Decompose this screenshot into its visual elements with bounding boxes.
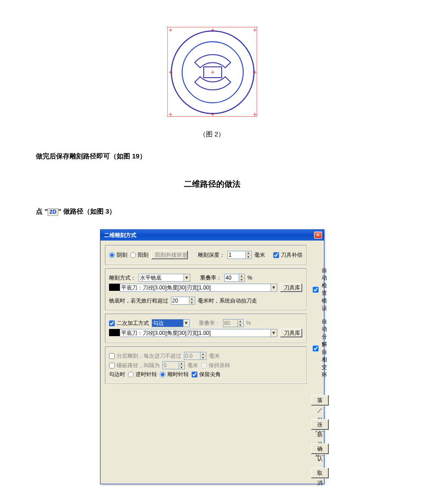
tool-swatch-icon <box>109 284 120 291</box>
chevron-down-icon[interactable]: ▼ <box>184 274 190 282</box>
checkbox-auto-check-errors[interactable]: 自动检查错误 <box>311 267 329 312</box>
input-invalid-stroke[interactable]: ▲▼ <box>171 297 195 305</box>
label-outline-direction: 勾边时 <box>109 371 125 378</box>
figure-2-caption: （图 2） <box>36 130 388 139</box>
chevron-up-icon: ▲ <box>201 352 206 356</box>
percent-label-secondary: % <box>246 320 251 326</box>
text-prefix: 点 " <box>36 207 48 215</box>
checkbox-layer-engrave[interactable]: 分层雕刻，每次进刀不超过 <box>109 352 181 360</box>
close-icon[interactable]: × <box>314 232 322 239</box>
input-layer-depth: ▲▼ <box>184 352 206 360</box>
chevron-up-icon[interactable]: ▲ <box>246 251 251 255</box>
radio-yangke[interactable]: 阳刻 <box>130 251 149 259</box>
input-overlap-rate[interactable]: ▲▼ <box>224 274 245 282</box>
chevron-down-icon[interactable]: ▼ <box>189 301 195 305</box>
heading-2d-path: 二维路径的做法 <box>36 179 388 189</box>
label-overlap-secondary: 重叠率： <box>199 320 220 327</box>
input-overlap-secondary: ▲▼ <box>223 319 244 327</box>
unit-mm-inlay: 毫米 <box>188 362 198 369</box>
unit-mm-layer: 毫米 <box>209 352 220 360</box>
chevron-down-icon[interactable]: ▼ <box>271 284 277 292</box>
btn-ok[interactable]: 确认 <box>311 443 329 454</box>
chevron-down-icon[interactable]: ▼ <box>271 329 277 337</box>
select-tool-secondary[interactable]: ▼ <box>109 329 277 337</box>
btn-yangke-bounding-rect: 阳刻外接矩形 <box>151 250 188 259</box>
figure-2-image <box>36 27 388 117</box>
percent-label: % <box>248 275 253 281</box>
chevron-up-icon: ▲ <box>179 362 184 366</box>
input-inlay-gap: ▲▼ <box>162 361 185 369</box>
label-milling-prefix: 铣底时，若无效行程超过 <box>109 297 168 305</box>
chevron-down-icon: ▼ <box>238 324 243 327</box>
chevron-down-icon[interactable]: ▼ <box>239 278 245 282</box>
radio-ccw[interactable]: 逆时针转 <box>128 371 157 378</box>
checkbox-keep-corner[interactable]: 保留尖角 <box>192 371 221 378</box>
2d-icon: 2D <box>48 208 58 216</box>
radio-cw[interactable]: 顺时针转 <box>160 371 189 378</box>
label-milling-mid: 毫米时，系统自动抬刀走 <box>198 297 257 305</box>
group-carve-type: 阴刻 阳刻 阳刻外接矩形 雕刻深度： ▲▼ <box>105 245 306 265</box>
chevron-up-icon[interactable]: ▲ <box>189 297 195 301</box>
btn-tool-library-primary[interactable]: 刀具库 <box>280 283 302 292</box>
checkbox-tool-compensation[interactable]: 刀具补偿 <box>273 251 302 259</box>
btn-tool-library-secondary[interactable]: 刀具库 <box>280 329 302 337</box>
unit-mm: 毫米 <box>254 251 265 259</box>
btn-drop-raise-tool[interactable]: 落／起刀... <box>311 395 329 406</box>
paragraph-click-2d: 点 "2D" 做路径（如图 3） <box>36 207 388 216</box>
radio-yinke[interactable]: 阴刻 <box>109 251 127 259</box>
input-engrave-depth[interactable]: ▲▼ <box>227 251 252 259</box>
group-engrave-method: 雕刻方式： ▼ 重叠率： ▲▼ % <box>105 268 306 310</box>
select-secondary-method[interactable]: ▼ <box>152 319 190 327</box>
btn-lianjin-settings[interactable]: 连筋设置... <box>311 419 329 430</box>
select-engrave-method[interactable]: ▼ <box>139 274 190 282</box>
label-engrave-method: 雕刻方式： <box>109 274 136 282</box>
dialog-titlebar[interactable]: 二维雕刻方式 × <box>101 230 324 241</box>
chevron-down-icon: ▼ <box>201 356 206 360</box>
2d-engraving-dialog: 二维雕刻方式 × 阴刻 阳刻 阳刻外接矩形 <box>100 229 324 484</box>
group-options: 分层雕刻，每次进刀不超过 ▲▼ 毫米 镶嵌路径，间隔为 <box>105 346 306 384</box>
checkbox-inlay-path[interactable]: 镶嵌路径，间隔为 <box>109 362 160 369</box>
paragraph-save-path: 做完后保存雕刻路径即可（如图 19） <box>36 152 388 161</box>
chevron-up-icon: ▲ <box>238 320 243 324</box>
label-engrave-depth: 雕刻深度： <box>198 251 225 259</box>
select-tool-primary[interactable]: ▼ <box>109 284 277 292</box>
text-suffix: " 做路径（如图 3） <box>58 207 116 215</box>
label-overlap-rate: 重叠率： <box>200 274 222 282</box>
chevron-up-icon[interactable]: ▲ <box>239 274 245 278</box>
group-secondary: 二次加工方式 ▼ 重叠率： ▲▼ <box>105 314 306 343</box>
checkbox-secondary-method[interactable]: 二次加工方式 <box>109 320 149 327</box>
dialog-title: 二维雕刻方式 <box>104 232 136 239</box>
chevron-down-icon[interactable]: ▼ <box>246 255 251 259</box>
checkbox-auto-split-selfintersect[interactable]: 自动分解自相交环 <box>311 318 329 379</box>
tool-swatch-icon <box>109 329 120 336</box>
btn-cancel[interactable]: 取消 <box>311 468 329 478</box>
chevron-down-icon[interactable]: ▼ <box>183 319 190 327</box>
chevron-down-icon: ▼ <box>179 366 184 369</box>
checkbox-keep-original: 保持原样 <box>201 362 230 369</box>
